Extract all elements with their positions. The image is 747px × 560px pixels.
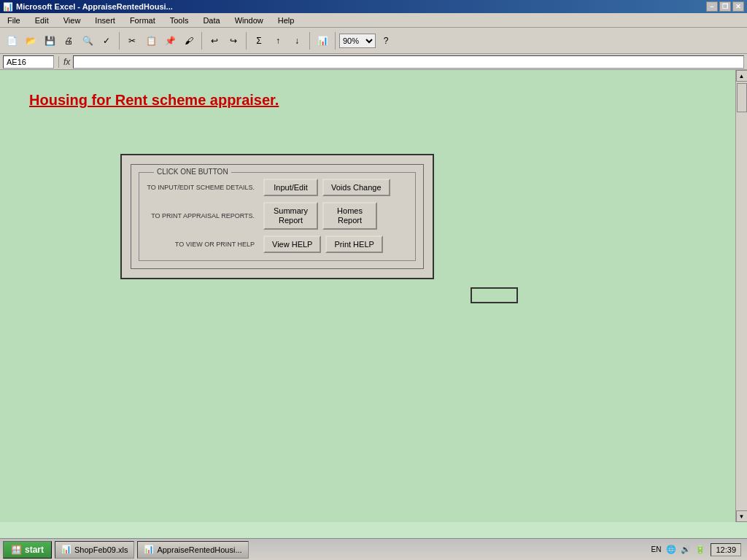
row-help: TO VIEW OR PRINT HELP View HELP Print HE… <box>147 236 408 253</box>
title-bar-controls: − ❐ ✕ <box>706 1 744 12</box>
menu-data[interactable]: Data <box>198 15 224 26</box>
row-label-input: TO INPUT/EDIT SCHEME DETAILS. <box>147 184 263 191</box>
btn-group-input: Input/Edit Voids Change <box>263 179 390 196</box>
click-one-legend: CLICK ONE BUTTON <box>154 168 231 176</box>
sep3 <box>246 32 247 50</box>
menu-insert[interactable]: Insert <box>90 15 120 26</box>
menu-help[interactable]: Help <box>274 15 299 26</box>
btn-group-help: View HELP Print HELP <box>263 236 383 253</box>
save-button[interactable]: 💾 <box>41 32 58 50</box>
summary-report-button[interactable]: SummaryReport <box>263 202 318 230</box>
row-input-edit: TO INPUT/EDIT SCHEME DETAILS. Input/Edit… <box>147 179 408 196</box>
scroll-down[interactable]: ▼ <box>736 510 748 522</box>
homes-report-button[interactable]: HomesReport <box>322 202 377 230</box>
zoom-select[interactable]: 90% 75% 100% <box>339 34 376 48</box>
app-icon: 📊 <box>3 2 13 12</box>
toolbar: 📄 📂 💾 🖨 🔍 ✓ ✂ 📋 📌 🖌 ↩ ↪ Σ ↑ ↓ 📊 90% 75% … <box>0 28 747 54</box>
formula-sep <box>58 56 59 68</box>
main-panel: CLICK ONE BUTTON TO INPUT/EDIT SCHEME DE… <box>120 154 434 279</box>
menu-file[interactable]: File <box>3 15 25 26</box>
menu-bar: File Edit View Insert Format Tools Data … <box>0 13 747 28</box>
restore-button[interactable]: ❐ <box>719 1 731 12</box>
autosum-button[interactable]: Σ <box>250 32 268 50</box>
scroll-thumb[interactable] <box>737 83 747 112</box>
new-button[interactable]: 📄 <box>3 32 20 50</box>
menu-window[interactable]: Window <box>231 15 268 26</box>
menu-view[interactable]: View <box>59 15 85 26</box>
paste-button[interactable]: 📌 <box>161 32 179 50</box>
undo-button[interactable]: ↩ <box>206 32 223 50</box>
title-bar: 📊 Microsoft Excel - AppraiseRentedHousi.… <box>0 0 747 13</box>
spell-check-button[interactable]: ✓ <box>98 32 115 50</box>
sep4 <box>309 32 310 50</box>
menu-tools[interactable]: Tools <box>166 15 193 26</box>
fx-label: fx <box>63 57 70 67</box>
btn-group-reports: SummaryReport HomesReport <box>263 202 377 230</box>
row-label-help: TO VIEW OR PRINT HELP <box>147 241 263 248</box>
panel-inner: CLICK ONE BUTTON TO INPUT/EDIT SCHEME DE… <box>131 164 424 269</box>
spreadsheet-area: ▲ ▼ Housing for Rent scheme appraiser. C… <box>0 70 747 522</box>
sep2 <box>201 32 202 50</box>
formula-bar: AE16 fx <box>0 54 747 70</box>
sort-asc-button[interactable]: ↑ <box>269 32 287 50</box>
voids-change-button[interactable]: Voids Change <box>322 179 390 196</box>
sep1 <box>119 32 120 50</box>
cut-button[interactable]: ✂ <box>123 32 141 50</box>
zoom-help-button[interactable]: ? <box>377 32 395 50</box>
format-painter-button[interactable]: 🖌 <box>180 32 198 50</box>
chart-button[interactable]: 📊 <box>314 32 331 50</box>
scroll-up[interactable]: ▲ <box>736 70 748 82</box>
copy-button[interactable]: 📋 <box>142 32 160 50</box>
input-edit-button[interactable]: Input/Edit <box>263 179 318 196</box>
cell-reference[interactable]: AE16 <box>3 55 54 69</box>
sort-desc-button[interactable]: ↓ <box>288 32 306 50</box>
redo-button[interactable]: ↪ <box>225 32 242 50</box>
row-label-reports: TO PRINT APPRAISAL REPORTS. <box>147 212 263 219</box>
menu-edit[interactable]: Edit <box>31 15 53 26</box>
row-reports: TO PRINT APPRAISAL REPORTS. SummaryRepor… <box>147 202 408 230</box>
vertical-scrollbar[interactable]: ▲ ▼ <box>735 70 747 522</box>
selected-cell-indicator[interactable] <box>471 287 518 303</box>
print-preview-button[interactable]: 🔍 <box>79 32 96 50</box>
print-help-button[interactable]: Print HELP <box>325 236 382 253</box>
open-button[interactable]: 📂 <box>22 32 39 50</box>
minimize-button[interactable]: − <box>706 1 718 12</box>
menu-format[interactable]: Format <box>125 15 160 26</box>
view-help-button[interactable]: View HELP <box>263 236 321 253</box>
formula-input[interactable] <box>73 55 744 69</box>
sep5 <box>335 32 336 50</box>
window-title: Microsoft Excel - AppraiseRentedHousi... <box>16 2 173 11</box>
click-one-section: CLICK ONE BUTTON TO INPUT/EDIT SCHEME DE… <box>139 172 416 261</box>
title-bar-left: 📊 Microsoft Excel - AppraiseRentedHousi.… <box>3 2 173 12</box>
close-button[interactable]: ✕ <box>732 1 744 12</box>
page-title: Housing for Rent scheme appraiser. <box>29 92 279 109</box>
print-button[interactable]: 🖨 <box>60 32 77 50</box>
